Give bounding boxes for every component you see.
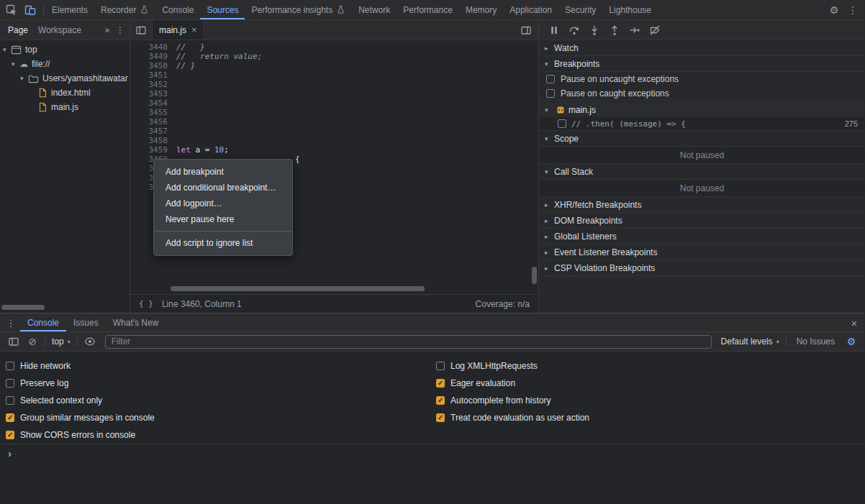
tab-recorder[interactable]: Recorder [94, 0, 155, 19]
settings-gear-icon[interactable]: ⚙ [825, 1, 843, 19]
section-scope[interactable]: ▾Scope [539, 131, 865, 147]
tab-security[interactable]: Security [558, 0, 602, 19]
context-selector[interactable]: top▾ [48, 336, 74, 347]
tab-sources[interactable]: Sources [200, 0, 245, 19]
setting-group-similar[interactable]: Group similar messages in console [6, 409, 155, 426]
breakpoint-file-group[interactable]: ▾ main.js [539, 102, 865, 117]
checkbox[interactable] [6, 431, 14, 439]
pause-uncaught-row[interactable]: Pause on uncaught exceptions [539, 72, 865, 86]
editor-hscrollbar[interactable] [171, 286, 425, 291]
checkbox[interactable] [6, 362, 14, 370]
section-event-listener-breakpoints[interactable]: ▸Event Listener Breakpoints [539, 244, 865, 260]
menu-never-pause-here[interactable]: Never pause here [154, 211, 292, 227]
section-global-listeners[interactable]: ▸Global Listeners [539, 229, 865, 244]
section-breakpoints[interactable]: ▾Breakpoints [539, 56, 865, 72]
section-watch[interactable]: ▸Watch [539, 40, 865, 56]
console-settings-icon[interactable]: ⚙ [842, 332, 861, 351]
editor-tab-main-js[interactable]: main.js × [152, 20, 204, 40]
navigator-hscrollbar[interactable] [1, 305, 45, 310]
menu-add-breakpoint[interactable]: Add breakpoint [154, 164, 292, 180]
drawer-tab-whats-new[interactable]: What's New [106, 313, 166, 331]
log-levels-dropdown[interactable]: Default levels▾ [717, 336, 783, 347]
step-into-icon[interactable] [585, 21, 604, 40]
tab-performance-insights[interactable]: Performance insights [245, 0, 352, 19]
drawer-tab-issues[interactable]: Issues [66, 313, 106, 331]
tree-item-main-js[interactable]: main.js [0, 100, 130, 114]
inspect-element-icon[interactable] [2, 1, 21, 19]
step-over-icon[interactable] [565, 21, 584, 40]
toggle-debugger-sidebar-icon[interactable] [517, 21, 535, 40]
tree-item-file-origin[interactable]: ▾ ☁ file:// [0, 57, 130, 71]
checkbox[interactable] [6, 396, 14, 405]
clear-console-icon[interactable]: ⊘ [23, 332, 42, 351]
live-expression-icon[interactable] [81, 332, 99, 351]
checkbox[interactable] [436, 413, 445, 422]
console-filter-input[interactable] [105, 335, 712, 349]
tab-elements[interactable]: Elements [45, 0, 94, 19]
checkbox[interactable] [6, 379, 14, 388]
toolbar-left-icons [0, 0, 42, 19]
chevron-down-icon[interactable]: ▾ [12, 60, 19, 68]
menu-add-script-to-ignore-list[interactable]: Add script to ignore list [154, 235, 292, 251]
more-options-icon[interactable]: ⋮ [843, 1, 862, 19]
setting-show-cors-errors[interactable]: Show CORS errors in console [6, 426, 155, 444]
chevron-down-icon[interactable]: ▾ [20, 75, 28, 82]
step-icon[interactable] [625, 21, 644, 40]
toggle-navigator-icon[interactable] [132, 21, 150, 40]
setting-selected-context-only[interactable]: Selected context only [6, 392, 155, 409]
pause-caught-row[interactable]: Pause on caught exceptions [539, 86, 865, 101]
editor-vscrollbar[interactable] [532, 267, 537, 284]
tree-item-users-folder[interactable]: ▾ Users/yamashitawatar [0, 71, 130, 86]
chevron-down-icon[interactable]: ▾ [3, 46, 11, 53]
issues-counter[interactable]: No Issues [797, 336, 835, 347]
gutter-context-menu: Add breakpoint Add conditional breakpoin… [153, 159, 293, 256]
tab-memory[interactable]: Memory [459, 0, 503, 19]
tree-item-index-html[interactable]: index.html [0, 86, 130, 100]
step-out-icon[interactable] [605, 21, 624, 40]
breakpoint-entry[interactable]: // .then( (message) => { 275 [539, 117, 865, 131]
drawer-tab-console[interactable]: Console [20, 313, 66, 331]
tab-lighthouse[interactable]: Lighthouse [602, 0, 658, 19]
setting-treat-eval-user-action[interactable]: Treat code evaluation as user action [436, 409, 589, 426]
breakpoint-entry-checkbox[interactable] [558, 119, 566, 128]
pause-caught-checkbox[interactable] [546, 89, 555, 98]
tab-page[interactable]: Page [3, 20, 33, 40]
close-tab-icon[interactable]: × [191, 24, 197, 35]
console-prompt[interactable]: › [0, 444, 865, 462]
setting-preserve-log[interactable]: Preserve log [6, 375, 155, 392]
tree-item-top-frame[interactable]: ▾ top [0, 42, 130, 57]
section-xhr-breakpoints[interactable]: ▸XHR/fetch Breakpoints [539, 197, 865, 213]
device-toolbar-icon[interactable] [21, 1, 40, 19]
navigator-more-icon[interactable]: ⋮ [114, 21, 127, 40]
deactivate-breakpoints-icon[interactable] [646, 21, 664, 40]
drawer-menu-icon[interactable]: ⋮ [1, 313, 20, 332]
close-drawer-icon[interactable]: × [845, 313, 864, 332]
pause-script-icon[interactable] [545, 21, 563, 40]
sources-panel: Page Workspace » ⋮ ▾ top ▾ ☁ file:// [0, 20, 865, 313]
flask-icon [140, 5, 149, 14]
pause-uncaught-checkbox[interactable] [546, 75, 555, 83]
checkbox[interactable] [436, 362, 445, 370]
tab-application[interactable]: Application [503, 0, 558, 19]
pretty-print-icon[interactable]: { } [139, 299, 153, 308]
console-sidebar-icon[interactable] [4, 332, 23, 351]
menu-add-conditional-breakpoint[interactable]: Add conditional breakpoint… [154, 180, 292, 196]
section-call-stack[interactable]: ▾Call Stack [539, 164, 865, 180]
breakpoint-line-number: 275 [845, 119, 858, 128]
tab-network[interactable]: Network [352, 0, 397, 19]
section-dom-breakpoints[interactable]: ▸DOM Breakpoints [539, 213, 865, 229]
setting-eager-evaluation[interactable]: Eager evaluation [436, 375, 589, 392]
call-stack-status: Not paused [539, 180, 865, 197]
overflow-tabs-icon[interactable]: » [101, 21, 114, 40]
menu-add-logpoint[interactable]: Add logpoint… [154, 196, 292, 211]
tab-performance[interactable]: Performance [397, 0, 459, 19]
checkbox[interactable] [436, 396, 445, 405]
setting-log-xmlhttprequests[interactable]: Log XMLHttpRequests [436, 357, 589, 375]
checkbox[interactable] [6, 413, 14, 422]
setting-autocomplete-history[interactable]: Autocomplete from history [436, 392, 589, 409]
tab-workspace[interactable]: Workspace [33, 20, 86, 40]
setting-hide-network[interactable]: Hide network [6, 357, 155, 375]
tab-console-panel[interactable]: Console [155, 0, 200, 19]
section-csp-violation-breakpoints[interactable]: ▸CSP Violation Breakpoints [539, 260, 865, 276]
checkbox[interactable] [436, 379, 445, 388]
